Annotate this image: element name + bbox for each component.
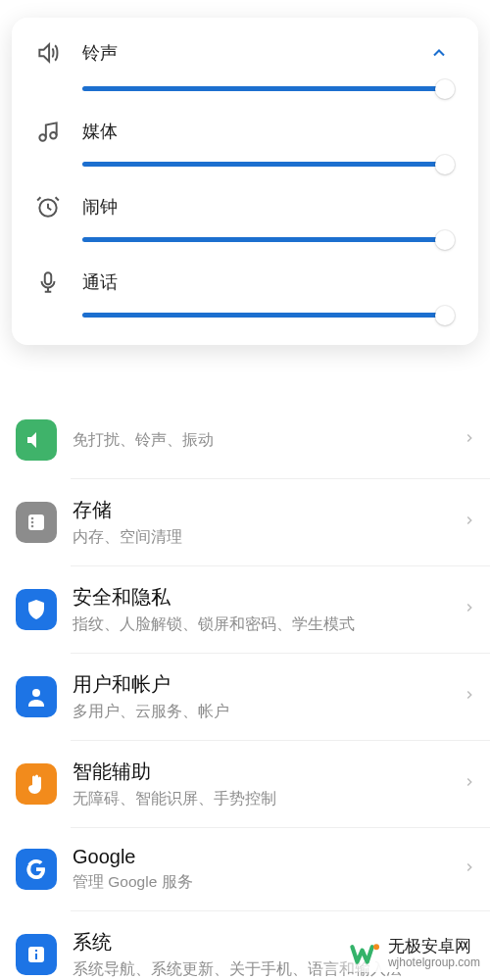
svg-rect-0 (28, 514, 44, 530)
slider-thumb[interactable] (435, 155, 455, 174)
settings-row-text: 智能辅助 无障碍、智能识屏、手势控制 (73, 759, 463, 809)
settings-row-text: 安全和隐私 指纹、人脸解锁、锁屏和密码、学生模式 (73, 584, 463, 635)
volume-row-ringtone: 铃声 (35, 37, 455, 91)
chevron-right-icon (463, 775, 476, 793)
storage-icon (16, 502, 57, 543)
settings-row-text: 免打扰、铃声、振动 (73, 430, 463, 451)
ringtone-slider[interactable] (82, 86, 445, 91)
chevron-right-icon (463, 514, 476, 531)
slider-thumb[interactable] (435, 79, 455, 99)
volume-panel: 铃声 媒体 闹钟 (12, 18, 478, 345)
settings-row-text: 用户和帐户 多用户、云服务、帐户 (73, 671, 463, 722)
svg-point-4 (32, 689, 40, 697)
volume-label: 通话 (82, 270, 118, 294)
volume-row-call: 通话 (35, 270, 455, 318)
watermark: 无极安卓网 wjhotelgroup.com (319, 931, 480, 972)
info-icon (16, 934, 57, 975)
svg-point-12 (373, 944, 379, 950)
settings-row-storage[interactable]: 存储 内存、空间清理 (0, 479, 490, 565)
call-slider[interactable] (82, 313, 445, 318)
settings-row-text: 存储 内存、空间清理 (73, 497, 463, 548)
media-slider[interactable] (82, 162, 445, 167)
shield-icon (16, 589, 57, 630)
settings-sub: 内存、空间清理 (73, 527, 463, 548)
settings-row-users[interactable]: 用户和帐户 多用户、云服务、帐户 (0, 654, 490, 740)
svg-rect-11 (45, 272, 52, 284)
chevron-right-icon (463, 601, 476, 618)
settings-sub: 无障碍、智能识屏、手势控制 (73, 789, 463, 809)
google-icon (16, 849, 57, 890)
mic-icon (35, 270, 82, 295)
volume-label: 媒体 (82, 120, 118, 143)
settings-row-smart-assist[interactable]: 智能辅助 无障碍、智能识屏、手势控制 (0, 741, 490, 827)
settings-row-sound[interactable]: 免打扰、铃声、振动 (0, 402, 490, 478)
settings-title: 安全和隐私 (73, 584, 463, 611)
chevron-right-icon (463, 688, 476, 706)
alarm-slider[interactable] (82, 237, 445, 242)
settings-title: 存储 (73, 497, 463, 523)
collapse-button[interactable] (423, 37, 455, 69)
hand-icon (16, 763, 57, 805)
volume-label: 铃声 (82, 41, 118, 65)
svg-rect-6 (35, 950, 37, 952)
chevron-up-icon (429, 43, 449, 63)
user-icon (16, 676, 57, 717)
alarm-icon (35, 194, 82, 220)
settings-sub: 多用户、云服务、帐户 (73, 702, 463, 722)
slider-thumb[interactable] (435, 306, 455, 325)
volume-row-media: 媒体 (35, 119, 455, 167)
chevron-right-icon (463, 860, 476, 878)
settings-row-text: Google 管理 Google 服务 (73, 846, 463, 893)
settings-title: 智能辅助 (73, 759, 463, 785)
watermark-title: 无极安卓网 (388, 937, 480, 956)
watermark-url: wjhotelgroup.com (388, 956, 480, 970)
chevron-right-icon (463, 431, 476, 449)
volume-label: 闹钟 (82, 195, 118, 219)
music-icon (35, 119, 82, 144)
settings-title: Google (73, 846, 463, 868)
svg-point-2 (31, 521, 34, 524)
volume-row-alarm: 闹钟 (35, 194, 455, 242)
settings-title: 用户和帐户 (73, 671, 463, 698)
sound-icon (16, 419, 57, 461)
settings-sub: 免打扰、铃声、振动 (73, 430, 463, 451)
settings-row-google[interactable]: Google 管理 Google 服务 (0, 828, 490, 910)
svg-point-3 (31, 525, 34, 528)
settings-row-security[interactable]: 安全和隐私 指纹、人脸解锁、锁屏和密码、学生模式 (0, 566, 490, 653)
svg-point-9 (50, 132, 56, 139)
slider-thumb[interactable] (435, 230, 455, 250)
svg-point-1 (31, 517, 34, 520)
settings-sub: 管理 Google 服务 (73, 872, 463, 893)
svg-rect-7 (35, 954, 37, 959)
watermark-logo-icon (349, 937, 382, 970)
speaker-icon (35, 40, 82, 66)
settings-sub: 指纹、人脸解锁、锁屏和密码、学生模式 (73, 614, 463, 635)
